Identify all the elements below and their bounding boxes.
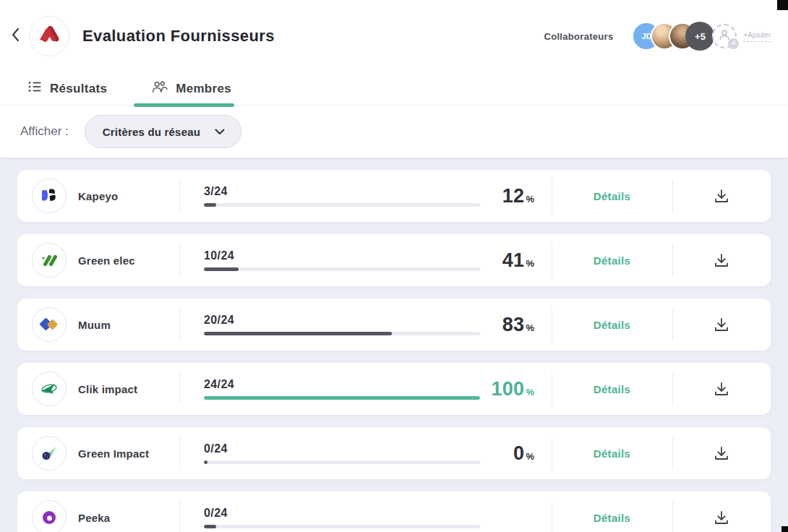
green-impact-logo bbox=[32, 436, 67, 471]
filter-label: Afficher : bbox=[20, 124, 69, 139]
clik-impact-logo bbox=[32, 372, 67, 406]
kapeyo-logo bbox=[32, 179, 67, 213]
plus-icon: + bbox=[728, 38, 739, 49]
supplier-row: Muum 20/24 83% Détails bbox=[17, 299, 771, 351]
progress-fraction: 10/24 bbox=[204, 249, 480, 262]
download-icon[interactable] bbox=[714, 317, 729, 332]
filter-bar: Afficher : Critères du réseau bbox=[0, 106, 788, 158]
progress-fraction: 0/24 bbox=[204, 507, 480, 520]
progress-percent: 12% bbox=[502, 185, 534, 207]
supplier-row: Kapeyo 3/24 12% Détails bbox=[17, 170, 771, 222]
progress-percent: 100% bbox=[491, 378, 534, 400]
download-icon[interactable] bbox=[714, 253, 729, 268]
collaborators-label: Collaborateurs bbox=[544, 31, 614, 42]
progress-bar bbox=[204, 396, 480, 400]
chevron-left-icon bbox=[11, 27, 20, 45]
chevron-down-icon bbox=[215, 125, 225, 138]
tab-resultats-label: Résultats bbox=[50, 82, 107, 96]
criteria-dropdown[interactable]: Critères du réseau bbox=[85, 115, 241, 148]
details-link[interactable]: Détails bbox=[594, 254, 630, 267]
progress-percent: 83% bbox=[502, 314, 534, 336]
progress-bar bbox=[204, 460, 480, 464]
supplier-name: Muum bbox=[78, 319, 111, 331]
supplier-name: Green Impact bbox=[78, 447, 149, 460]
download-icon[interactable] bbox=[714, 382, 729, 397]
avatar-group: JD +5 + +Ajouter bbox=[633, 22, 771, 51]
progress-bar bbox=[204, 525, 480, 528]
project-logo bbox=[29, 16, 69, 56]
tab-membres[interactable]: Membres bbox=[152, 80, 231, 98]
active-tab-indicator bbox=[134, 103, 234, 107]
supplier-row: Green Impact 0/24 0% Détails bbox=[17, 427, 771, 479]
download-icon[interactable] bbox=[714, 189, 729, 204]
n-logo-icon bbox=[37, 24, 61, 48]
supplier-row: Clik impact 24/24 100% Détails bbox=[17, 363, 771, 415]
progress-bar bbox=[204, 332, 480, 335]
progress-percent: 0% bbox=[513, 442, 534, 465]
details-link[interactable]: Détails bbox=[594, 512, 630, 524]
progress-percent: 41% bbox=[502, 249, 534, 272]
muum-logo bbox=[32, 307, 67, 342]
progress-fraction: 20/24 bbox=[204, 314, 480, 327]
avatar-overflow-badge[interactable]: +5 bbox=[685, 22, 714, 51]
supplier-row: Peeka 0/24 Détails bbox=[17, 492, 771, 532]
add-collaborator-label[interactable]: +Ajouter bbox=[743, 31, 771, 42]
details-link[interactable]: Détails bbox=[594, 319, 630, 331]
supplier-row: Green elec 10/24 41% Détails bbox=[17, 234, 771, 286]
details-link[interactable]: Détails bbox=[594, 447, 630, 460]
progress-fraction: 24/24 bbox=[204, 378, 480, 391]
progress-bar bbox=[204, 203, 480, 207]
download-icon[interactable] bbox=[714, 510, 729, 525]
details-link[interactable]: Détails bbox=[594, 383, 630, 395]
tab-resultats[interactable]: Résultats bbox=[27, 80, 107, 98]
supplier-name: Peeka bbox=[78, 512, 110, 524]
supplier-name: Kapeyo bbox=[78, 190, 118, 202]
details-link[interactable]: Détails bbox=[594, 190, 630, 202]
supplier-name: Clik impact bbox=[78, 383, 137, 395]
supplier-list: Kapeyo 3/24 12% Détails bbox=[0, 158, 788, 532]
people-icon bbox=[152, 80, 168, 98]
progress-bar bbox=[204, 267, 480, 271]
tab-bar: Résultats Membres bbox=[0, 72, 788, 106]
list-icon bbox=[27, 80, 42, 98]
back-button[interactable] bbox=[6, 27, 25, 46]
download-icon[interactable] bbox=[714, 446, 729, 461]
progress-fraction: 3/24 bbox=[204, 185, 480, 198]
criteria-dropdown-value: Critères du réseau bbox=[103, 126, 200, 138]
green-elec-logo bbox=[32, 243, 67, 278]
progress-fraction: 0/24 bbox=[204, 442, 480, 455]
supplier-name: Green elec bbox=[78, 254, 135, 267]
peeka-logo bbox=[32, 500, 67, 532]
tab-membres-label: Membres bbox=[176, 82, 231, 96]
screen-artifact bbox=[781, 526, 788, 532]
screen-artifact bbox=[777, 0, 788, 10]
page-title: Evaluation Fournisseurs bbox=[82, 27, 275, 46]
add-collaborator-button[interactable]: + bbox=[712, 24, 737, 48]
page-header: Evaluation Fournisseurs Collaborateurs J… bbox=[0, 0, 788, 106]
